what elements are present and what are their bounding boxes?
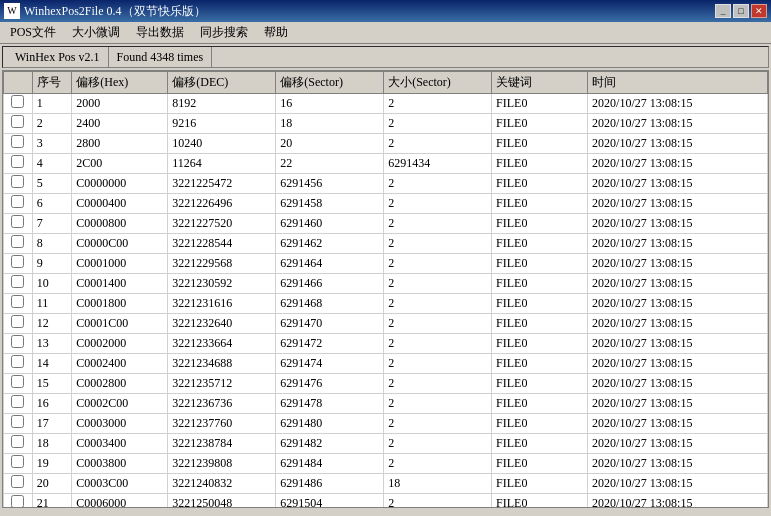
row-keyword: FILE0 [492, 494, 588, 508]
table-row[interactable]: 42C0011264226291434FILE02020/10/27 13:08… [4, 154, 768, 174]
row-dec: 3221234688 [168, 354, 276, 374]
table-row[interactable]: 16C0002C00322123673662914782FILE02020/10… [4, 394, 768, 414]
row-checkbox[interactable] [11, 475, 24, 488]
row-checkbox-cell[interactable] [4, 374, 33, 394]
row-hex: 2800 [72, 134, 168, 154]
table-row[interactable]: 21C0006000322125004862915042FILE02020/10… [4, 494, 768, 508]
row-sector-offset: 6291464 [276, 254, 384, 274]
col-header-dec[interactable]: 偏移(DEC) [168, 72, 276, 94]
col-header-sector-offset[interactable]: 偏移(Sector) [276, 72, 384, 94]
table-row[interactable]: 20C0003C003221240832629148618FILE02020/1… [4, 474, 768, 494]
row-time: 2020/10/27 13:08:15 [588, 174, 768, 194]
row-checkbox-cell[interactable] [4, 254, 33, 274]
row-checkbox-cell[interactable] [4, 394, 33, 414]
row-keyword: FILE0 [492, 234, 588, 254]
row-checkbox-cell[interactable] [4, 174, 33, 194]
menu-pos-file[interactable]: POS文件 [2, 22, 64, 43]
row-checkbox[interactable] [11, 455, 24, 468]
row-checkbox-cell[interactable] [4, 274, 33, 294]
table-row[interactable]: 12C0001C00322123264062914702FILE02020/10… [4, 314, 768, 334]
row-checkbox-cell[interactable] [4, 234, 33, 254]
row-checkbox-cell[interactable] [4, 434, 33, 454]
table-row[interactable]: 19C0003800322123980862914842FILE02020/10… [4, 454, 768, 474]
row-checkbox[interactable] [11, 315, 24, 328]
row-keyword: FILE0 [492, 254, 588, 274]
col-header-seq[interactable]: 序号 [32, 72, 72, 94]
row-checkbox[interactable] [11, 95, 24, 108]
row-checkbox[interactable] [11, 235, 24, 248]
col-header-keyword[interactable]: 关键词 [492, 72, 588, 94]
row-checkbox[interactable] [11, 255, 24, 268]
row-checkbox[interactable] [11, 175, 24, 188]
row-time: 2020/10/27 13:08:15 [588, 274, 768, 294]
table-row[interactable]: 15C0002800322123571262914762FILE02020/10… [4, 374, 768, 394]
minimize-button[interactable]: _ [715, 4, 731, 18]
row-checkbox[interactable] [11, 495, 24, 507]
data-table: 序号 偏移(Hex) 偏移(DEC) 偏移(Sector) 大小(Sector)… [3, 71, 768, 507]
row-checkbox-cell[interactable] [4, 194, 33, 214]
table-row[interactable]: 6C0000400322122649662914582FILE02020/10/… [4, 194, 768, 214]
row-checkbox[interactable] [11, 375, 24, 388]
row-checkbox[interactable] [11, 335, 24, 348]
row-checkbox[interactable] [11, 115, 24, 128]
row-checkbox-cell[interactable] [4, 354, 33, 374]
row-checkbox-cell[interactable] [4, 214, 33, 234]
row-checkbox[interactable] [11, 195, 24, 208]
table-row[interactable]: 14C0002400322123468862914742FILE02020/10… [4, 354, 768, 374]
row-checkbox[interactable] [11, 435, 24, 448]
row-dec: 3221231616 [168, 294, 276, 314]
row-checkbox-cell[interactable] [4, 494, 33, 508]
row-sector-size: 2 [384, 414, 492, 434]
row-seq: 13 [32, 334, 72, 354]
menu-fine-tune[interactable]: 大小微调 [64, 22, 128, 43]
col-header-time[interactable]: 时间 [588, 72, 768, 94]
table-row[interactable]: 13C0002000322123366462914722FILE02020/10… [4, 334, 768, 354]
table-row[interactable]: 8C0000C00322122854462914622FILE02020/10/… [4, 234, 768, 254]
row-checkbox-cell[interactable] [4, 454, 33, 474]
table-container[interactable]: 序号 偏移(Hex) 偏移(DEC) 偏移(Sector) 大小(Sector)… [3, 71, 768, 507]
table-row[interactable]: 9C0001000322122956862914642FILE02020/10/… [4, 254, 768, 274]
row-checkbox-cell[interactable] [4, 294, 33, 314]
table-row[interactable]: 120008192162FILE02020/10/27 13:08:15 [4, 94, 768, 114]
row-checkbox[interactable] [11, 355, 24, 368]
menu-sync-search[interactable]: 同步搜索 [192, 22, 256, 43]
close-button[interactable]: ✕ [751, 4, 767, 18]
row-checkbox[interactable] [11, 415, 24, 428]
row-checkbox[interactable] [11, 215, 24, 228]
table-row[interactable]: 5C0000000322122547262914562FILE02020/10/… [4, 174, 768, 194]
maximize-button[interactable]: □ [733, 4, 749, 18]
row-checkbox-cell[interactable] [4, 94, 33, 114]
table-row[interactable]: 11C0001800322123161662914682FILE02020/10… [4, 294, 768, 314]
row-checkbox-cell[interactable] [4, 334, 33, 354]
table-row[interactable]: 17C0003000322123776062914802FILE02020/10… [4, 414, 768, 434]
table-row[interactable]: 18C0003400322123878462914822FILE02020/10… [4, 434, 768, 454]
row-checkbox[interactable] [11, 135, 24, 148]
row-checkbox[interactable] [11, 295, 24, 308]
row-checkbox-cell[interactable] [4, 134, 33, 154]
row-checkbox-cell[interactable] [4, 314, 33, 334]
row-sector-size: 2 [384, 214, 492, 234]
row-seq: 10 [32, 274, 72, 294]
row-sector-size: 2 [384, 454, 492, 474]
row-sector-offset: 6291504 [276, 494, 384, 508]
row-sector-size: 2 [384, 394, 492, 414]
row-time: 2020/10/27 13:08:15 [588, 334, 768, 354]
col-header-sector-size[interactable]: 大小(Sector) [384, 72, 492, 94]
row-seq: 19 [32, 454, 72, 474]
col-header-hex[interactable]: 偏移(Hex) [72, 72, 168, 94]
menu-help[interactable]: 帮助 [256, 22, 296, 43]
table-row[interactable]: 224009216182FILE02020/10/27 13:08:15 [4, 114, 768, 134]
row-checkbox-cell[interactable] [4, 414, 33, 434]
row-checkbox[interactable] [11, 155, 24, 168]
row-checkbox[interactable] [11, 395, 24, 408]
row-time: 2020/10/27 13:08:15 [588, 494, 768, 508]
row-checkbox-cell[interactable] [4, 114, 33, 134]
row-checkbox-cell[interactable] [4, 154, 33, 174]
table-row[interactable]: 7C0000800322122752062914602FILE02020/10/… [4, 214, 768, 234]
row-seq: 7 [32, 214, 72, 234]
menu-export-data[interactable]: 导出数据 [128, 22, 192, 43]
table-row[interactable]: 3280010240202FILE02020/10/27 13:08:15 [4, 134, 768, 154]
row-checkbox-cell[interactable] [4, 474, 33, 494]
table-row[interactable]: 10C0001400322123059262914662FILE02020/10… [4, 274, 768, 294]
row-checkbox[interactable] [11, 275, 24, 288]
